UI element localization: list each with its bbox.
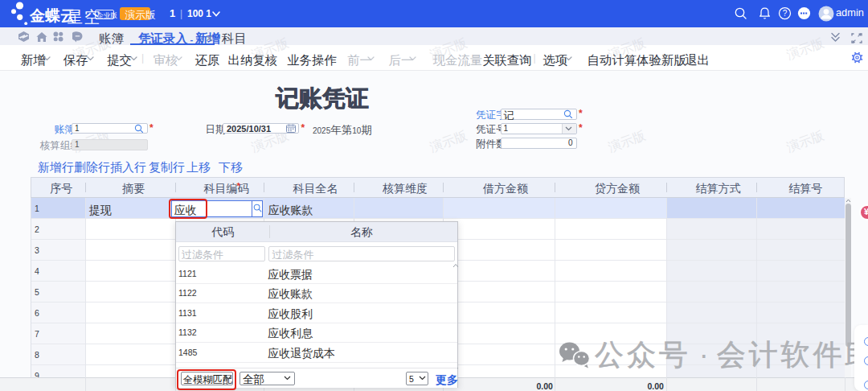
svg-text:?: ? bbox=[783, 9, 788, 18]
